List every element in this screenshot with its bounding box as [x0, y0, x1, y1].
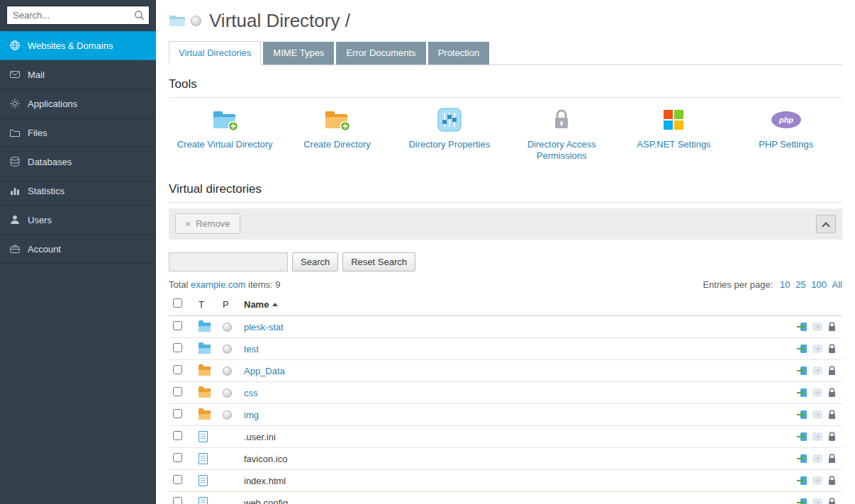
- tool-php-settings[interactable]: php PHP Settings: [730, 105, 842, 162]
- sidebar-item-databases[interactable]: Databases: [0, 147, 156, 177]
- row-checkbox[interactable]: [173, 453, 182, 462]
- tool-aspnet-settings[interactable]: ASP.NET Settings: [618, 105, 730, 162]
- column-type[interactable]: T: [199, 299, 223, 310]
- open-in-browser-icon[interactable]: [796, 475, 808, 486]
- reset-search-button[interactable]: Reset Search: [342, 252, 415, 271]
- table-row: .user.ini: [169, 426, 842, 448]
- table-row: css: [169, 382, 842, 404]
- row-checkbox[interactable]: [173, 387, 182, 396]
- preview-icon[interactable]: [812, 409, 823, 420]
- open-in-browser-icon[interactable]: [796, 387, 808, 398]
- tool-create-virtual-directory[interactable]: Create Virtual Directory: [169, 105, 281, 162]
- php-icon: php: [733, 105, 839, 135]
- entries-option-all[interactable]: All: [832, 279, 842, 290]
- row-checkbox[interactable]: [173, 365, 182, 374]
- permissions-lock-icon[interactable]: [827, 387, 837, 398]
- remove-button[interactable]: × Remove: [175, 213, 240, 234]
- item-name-link[interactable]: index.html: [244, 476, 286, 486]
- row-checkbox[interactable]: [173, 497, 182, 504]
- item-name-link[interactable]: web.config: [244, 498, 288, 504]
- row-name-cell: css: [244, 386, 760, 399]
- sidebar-item-files[interactable]: Files: [0, 118, 156, 147]
- sidebar-item-label: Databases: [28, 157, 72, 167]
- open-in-browser-icon[interactable]: [796, 343, 808, 354]
- sidebar-item-users[interactable]: Users: [0, 206, 156, 235]
- item-name-link[interactable]: .user.ini: [244, 432, 276, 442]
- entries-option-100[interactable]: 100: [811, 279, 827, 290]
- divider: [169, 97, 842, 98]
- list-search-input[interactable]: [169, 252, 288, 271]
- table-row: favicon.ico: [169, 448, 842, 470]
- preview-icon[interactable]: [812, 343, 823, 354]
- select-all-checkbox[interactable]: [173, 298, 182, 308]
- row-checkbox[interactable]: [173, 431, 182, 440]
- sidebar-item-websites-domains[interactable]: Websites & Domains: [0, 31, 156, 60]
- item-name-link[interactable]: plesk-stat: [244, 322, 284, 332]
- chevron-up-icon: [822, 222, 829, 230]
- sidebar-search: [0, 0, 156, 31]
- row-checkbox[interactable]: [173, 475, 182, 484]
- list-search-button[interactable]: Search: [292, 252, 338, 271]
- collapse-toolbar-button[interactable]: [816, 215, 836, 233]
- item-name-link[interactable]: test: [244, 344, 259, 354]
- open-in-browser-icon[interactable]: [796, 409, 808, 420]
- tool-directory-access-permissions[interactable]: Directory Access Permissions: [505, 105, 618, 162]
- sidebar-item-account[interactable]: Account: [0, 235, 156, 264]
- item-name-link[interactable]: img: [244, 410, 259, 420]
- item-name-link[interactable]: favicon.ico: [244, 454, 287, 464]
- folder-plus-blue-icon: [172, 105, 278, 135]
- item-name-link[interactable]: css: [244, 388, 258, 398]
- open-in-browser-icon[interactable]: [796, 453, 808, 464]
- row-checkbox[interactable]: [173, 343, 182, 352]
- tab-protection[interactable]: Protection: [428, 42, 490, 65]
- tool-directory-properties[interactable]: Directory Properties: [393, 105, 505, 162]
- preview-icon[interactable]: [812, 365, 823, 376]
- permissions-lock-icon[interactable]: [827, 453, 837, 464]
- permissions-lock-icon[interactable]: [827, 321, 837, 332]
- entries-option-10[interactable]: 10: [780, 279, 790, 290]
- user-icon: [9, 214, 21, 225]
- column-name[interactable]: Name: [244, 299, 760, 310]
- permissions-lock-icon[interactable]: [827, 409, 837, 420]
- open-in-browser-icon[interactable]: [796, 321, 808, 332]
- preview-icon[interactable]: [812, 431, 823, 442]
- column-protection[interactable]: P: [223, 299, 244, 310]
- permissions-lock-icon[interactable]: [827, 475, 837, 486]
- preview-icon[interactable]: [812, 321, 823, 332]
- preview-icon[interactable]: [812, 387, 823, 398]
- tab-mime-types[interactable]: MIME Types: [263, 42, 334, 65]
- tab-error-documents[interactable]: Error Documents: [336, 42, 425, 65]
- sidebar-item-applications[interactable]: Applications: [0, 89, 156, 118]
- open-in-browser-icon[interactable]: [796, 365, 808, 376]
- tool-create-directory[interactable]: Create Directory: [281, 105, 393, 162]
- sidebar-item-label: Users: [28, 215, 52, 225]
- row-name-cell: App_Data: [244, 364, 760, 377]
- tab-virtual-directories[interactable]: Virtual Directories: [169, 41, 261, 65]
- entries-per-page: Entries per page: 10 25 100 All: [703, 279, 842, 290]
- preview-icon[interactable]: [812, 475, 823, 486]
- total-prefix: Total: [169, 279, 188, 290]
- domain-link[interactable]: example.com: [191, 279, 245, 290]
- permissions-lock-icon[interactable]: [827, 365, 837, 376]
- sidebar-item-statistics[interactable]: Statistics: [0, 177, 156, 206]
- row-checkbox[interactable]: [173, 409, 182, 418]
- open-in-browser-icon[interactable]: [796, 431, 808, 442]
- search-icon[interactable]: [134, 10, 145, 21]
- tab-bar: Virtual Directories MIME Types Error Doc…: [169, 41, 842, 65]
- row-checkbox[interactable]: [173, 321, 182, 330]
- item-name-link[interactable]: App_Data: [244, 366, 285, 376]
- permissions-lock-icon[interactable]: [827, 431, 837, 442]
- permissions-lock-icon[interactable]: [827, 343, 837, 354]
- sidebar-item-label: Applications: [28, 99, 77, 109]
- sidebar-search-input[interactable]: [6, 6, 150, 25]
- main-content: Virtual Directory / Virtual Directories …: [156, 0, 855, 504]
- row-protection-cell: [223, 452, 244, 465]
- sidebar-item-mail[interactable]: Mail: [0, 60, 156, 89]
- app-window: Websites & Domains Mail Applications Fil…: [0, 0, 855, 504]
- preview-icon[interactable]: [812, 453, 823, 464]
- open-in-browser-icon[interactable]: [796, 497, 808, 504]
- permissions-lock-icon[interactable]: [827, 497, 837, 504]
- preview-icon[interactable]: [812, 497, 823, 504]
- column-name-label: Name: [244, 299, 269, 310]
- entries-option-25[interactable]: 25: [795, 279, 805, 290]
